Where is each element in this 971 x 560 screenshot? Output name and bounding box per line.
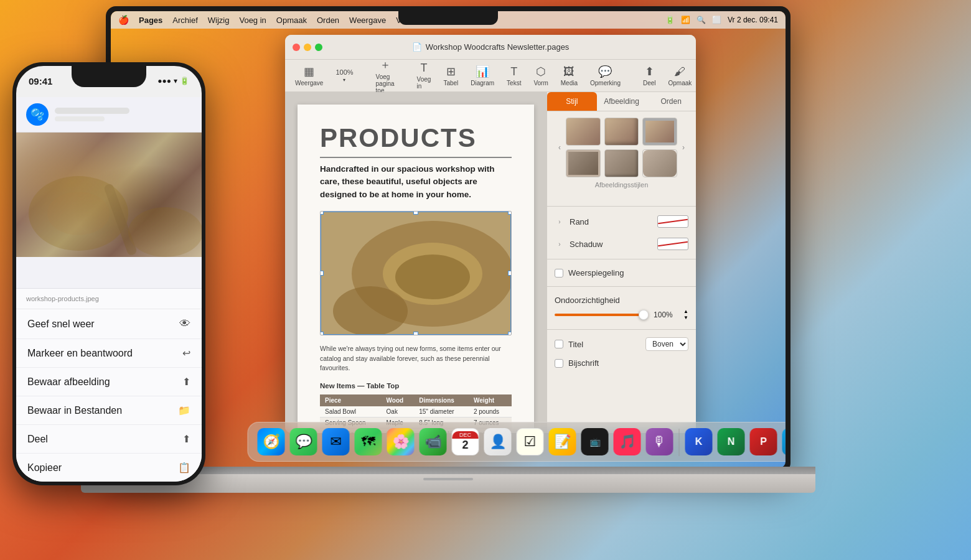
dock-item-safari[interactable]: 🧭 [257, 427, 286, 456]
close-button[interactable] [293, 44, 300, 51]
sidebar-separator-3 [547, 286, 696, 287]
context-item-save-image[interactable]: Bewaar afbeelding ⬆ [16, 368, 202, 396]
schaduw-color-swatch[interactable] [657, 238, 688, 250]
handle-bc[interactable] [413, 332, 418, 335]
menu-pages[interactable]: Pages [139, 16, 162, 25]
toolbar-tekst[interactable]: T Tekst [503, 63, 525, 89]
toolbar-deel[interactable]: ⬆ Deel [639, 62, 660, 89]
toolbar-opmaak[interactable]: 🖌 Opmaak [665, 63, 696, 89]
bijschrift-checkbox[interactable] [555, 359, 563, 368]
style-thumb-1[interactable] [566, 118, 601, 146]
dock-item-facetime[interactable]: 📹 [419, 427, 448, 456]
menu-wijzig[interactable]: Wijzig [208, 16, 230, 25]
dock-item-numbers[interactable]: N [717, 427, 746, 456]
vorm-label: Vorm [533, 80, 548, 86]
traffic-lights [293, 44, 322, 51]
styles-next-icon[interactable]: › [677, 135, 690, 160]
style-thumb-2-inner [605, 118, 639, 145]
dock-item-calendar[interactable]: DEC 2 [451, 427, 480, 456]
search-menubar-icon[interactable]: 🔍 [697, 16, 706, 24]
opacity-down-icon[interactable]: ▼ [683, 315, 688, 320]
apple-logo-icon[interactable]: 🍎 [118, 15, 129, 25]
toolbar-vorm[interactable]: ⬡ Vorm [530, 62, 551, 89]
opacity-up-icon[interactable]: ▲ [683, 309, 688, 314]
context-item-copy[interactable]: Kopieer 📋 [16, 454, 202, 482]
opacity-stepper[interactable]: ▲ ▼ [683, 309, 688, 320]
rand-color-swatch[interactable] [657, 215, 688, 228]
handle-ml[interactable] [320, 271, 324, 276]
titel-position-dropdown[interactable]: Boven Onder [645, 337, 688, 351]
context-item-save-files[interactable]: Bewaar in Bestanden 📁 [16, 396, 202, 425]
dock-item-contacts[interactable]: 👤 [484, 427, 512, 456]
rand-expand-icon[interactable]: › [555, 217, 565, 226]
toolbar-voeg-in[interactable]: T Voeg in [413, 59, 435, 92]
styles-prev-icon[interactable]: ‹ [553, 135, 566, 160]
pages-canvas[interactable]: PRODUCTS Handcrafted in our spacious wor… [285, 92, 546, 433]
dock-item-notes[interactable]: 📝 [548, 427, 577, 456]
dock-item-appstore[interactable]: A [782, 427, 786, 456]
toolbar-diagram[interactable]: 📊 Diagram [467, 62, 498, 89]
style-thumb-5-inner [605, 150, 639, 177]
schaduw-expand-icon[interactable]: › [555, 239, 565, 249]
document-subtitle[interactable]: Handcrafted in our spacious workshop wit… [320, 163, 512, 201]
opacity-slider[interactable] [555, 314, 649, 316]
weerspiegeling-checkbox[interactable] [555, 269, 563, 278]
dock-item-appletv[interactable]: 📺 [581, 427, 609, 456]
context-item-mark-reply[interactable]: Markeer en beantwoord ↩ [16, 339, 202, 368]
style-thumb-2[interactable] [604, 118, 639, 146]
toolbar-add-page[interactable]: ＋ Voeg pagina toe [372, 55, 398, 96]
dock-item-music[interactable]: 🎵 [613, 427, 642, 456]
context-item-share[interactable]: Deel ⬆ [16, 425, 202, 454]
handle-bl[interactable] [320, 332, 324, 335]
zoom-arrow: ▾ [343, 77, 345, 83]
zoom-value: 100% [335, 68, 353, 76]
handle-tr[interactable] [508, 211, 512, 215]
opacity-slider-thumb[interactable] [639, 310, 649, 320]
menu-voeg-in[interactable]: Voeg in [239, 16, 266, 25]
tab-afbeelding[interactable]: Afbeelding [597, 92, 647, 111]
macbook: 🍎 Pages Archief Wijzig Voeg in Opmaak Or… [106, 6, 853, 548]
tab-stijl[interactable]: Stijl [547, 92, 597, 111]
dock-item-pages[interactable]: P [749, 427, 778, 456]
handle-tl[interactable] [320, 211, 324, 215]
handle-tc[interactable] [413, 211, 418, 215]
document-title: Workshop Woodcrafts Newsletter.pages [426, 42, 570, 52]
document-body-text: While we're always trying out new forms,… [320, 344, 512, 373]
toolbar-media[interactable]: 🖼 Media [557, 63, 581, 89]
table-header-dimensions: Dimensions [414, 394, 469, 406]
control-center-icon[interactable]: ⬜ [712, 16, 721, 24]
sidebar-separator-1 [547, 206, 696, 207]
dock-item-podcasts[interactable]: 🎙 [645, 427, 674, 456]
style-thumb-5[interactable] [604, 149, 639, 177]
document-image[interactable] [320, 211, 512, 335]
svg-point-3 [128, 207, 202, 257]
table-cell: Oak [382, 406, 415, 418]
toolbar-opmerking[interactable]: 💬 Opmerking [586, 62, 624, 89]
toolbar-zoom[interactable]: 100% ▾ [332, 66, 357, 85]
handle-mr[interactable] [508, 271, 512, 276]
menu-orden[interactable]: Orden [317, 16, 339, 25]
context-item-quick-look[interactable]: Geef snel weer 👁 [16, 309, 202, 339]
dock-item-mail[interactable]: ✉ [322, 427, 350, 456]
tab-orden[interactable]: Orden [646, 92, 696, 111]
menu-weergave[interactable]: Weergave [349, 16, 386, 25]
voeg-in-label: Voeg in [417, 76, 431, 90]
dock-item-maps[interactable]: 🗺 [354, 427, 383, 456]
numbers-icon: N [718, 428, 745, 455]
keynote-icon: K [685, 428, 713, 455]
dock-item-reminders[interactable]: ☑ [516, 427, 545, 456]
fullscreen-button[interactable] [315, 44, 322, 51]
dock-item-messages[interactable]: 💬 [289, 427, 318, 456]
toolbar-weergave[interactable]: ▦ Weergave [291, 62, 327, 89]
menu-archief[interactable]: Archief [172, 16, 197, 25]
minimize-button[interactable] [304, 44, 311, 51]
style-thumb-6[interactable] [642, 149, 677, 177]
menu-opmaak[interactable]: Opmaak [276, 16, 307, 25]
dock-item-photos[interactable]: 🌸 [387, 427, 415, 456]
toolbar-table[interactable]: ⊞ Tabel [439, 62, 462, 89]
dock-item-keynote[interactable]: K [685, 427, 713, 456]
style-thumb-3[interactable] [642, 118, 677, 146]
handle-br[interactable] [508, 332, 512, 335]
titel-checkbox[interactable] [555, 340, 563, 348]
style-thumb-4[interactable] [566, 149, 601, 177]
